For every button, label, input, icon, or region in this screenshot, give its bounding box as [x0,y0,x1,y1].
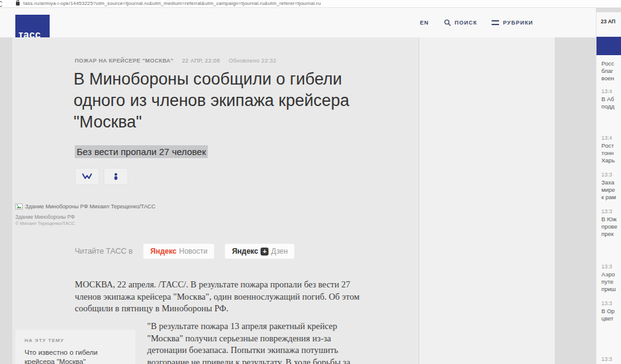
right-column [419,37,555,364]
nav-item-rubrics[interactable]: РУБРИКИ [492,20,533,26]
image-caption: Здание Минобороны РФ [15,214,75,220]
updated-date: Обновлено 22:32 [229,58,276,64]
feed-time: 13:3 [601,300,621,306]
feed-time: 13:4 [601,135,621,141]
feed-header-bar[interactable] [596,37,621,55]
odnoklassniki-icon [113,173,118,180]
vk-icon [82,173,92,180]
image-alt-text: Здание Минобороны РФ Михаил Терещенко/ТА… [25,203,156,210]
page: tass.ru/armiya-i-opk/14453225?utm_source… [0,0,621,364]
image-credit: © Михаил Терещенко/ТАСС [15,221,75,226]
search-label: ПОИСК [455,20,478,26]
feed-date-header: 23 АП [601,18,615,25]
reload-icon[interactable] [0,1,3,7]
yandex-zen-button[interactable]: Яндекс + Дзен [225,244,294,259]
feed-item[interactable]: 13:3 В Юж прове прек [601,208,621,238]
yandex-news-button[interactable]: Яндекс Новости [143,244,214,259]
menu-icon [492,20,499,25]
feed-time: 13:3 [601,172,621,178]
lock-icon [16,2,20,6]
feed-item[interactable]: 13:3 Аэро путе приш [601,264,621,293]
feed-text: В Юж прове прек [601,216,621,238]
article-paragraph-2: "В результате пожара 13 апреля ракетный … [147,320,363,364]
feed-item[interactable]: 13:3 [601,356,621,363]
zen-icon: + [261,248,269,256]
feed-time: 13:4 [601,88,621,94]
yandex-zen-label: Дзен [271,247,288,256]
url-text[interactable]: tass.ru/armiya-i-opk/14453225?utm_source… [23,1,321,6]
feed-text: Рост тонн Харь [601,142,621,164]
follow-label: Читайте ТАСС в [75,247,132,256]
feed-text: Росс благ воен [601,60,621,82]
nav-item-en[interactable]: EN [420,20,429,26]
browser-url-bar[interactable]: tass.ru/armiya-i-opk/14453225?utm_source… [0,0,621,8]
article-title: В Минобороны сообщили о гибели одного из… [74,69,368,133]
search-icon [444,19,451,26]
article-subtitle: Без вести пропали 27 человек [75,145,208,158]
feed-text: Аэро путе приш [601,271,621,293]
feed-time: 13:3 [601,208,621,214]
ok-share-button[interactable] [104,168,128,185]
share-buttons [75,168,128,185]
publish-date: 22 АПР, 22:08 [182,58,220,64]
rubrics-label: РУБРИКИ [503,20,533,26]
article-paragraph-1: МОСКВА, 22 апреля. /ТАСС/. В результате … [75,279,365,315]
news-feed-sidebar: 23 АП Росс благ воен 13:4 В Аб подд 13:4… [596,12,621,364]
feed-time: 13:3 [601,264,621,270]
feed-item[interactable]: 13:4 Рост тонн Харь [601,135,621,164]
feed-item[interactable]: 13:3 Заха мире к рам [601,172,621,201]
related-label: НА ЭТУ ТЕМУ [25,338,126,343]
category-link[interactable]: ПОЖАР НА КРЕЙСЕРЕ "МОСКВА" [75,58,173,64]
follow-row: Читайте ТАСС в Яндекс Новости Яндекс + Д… [75,244,294,259]
article-meta: ПОЖАР НА КРЕЙСЕРЕ "МОСКВА" 22 АПР, 22:08… [75,58,276,64]
feed-text: Заха мире к рам [601,179,621,201]
top-navigation: EN ПОИСК РУБРИКИ [420,8,533,37]
article-image-broken: Здание Минобороны РФ Михаил Терещенко/ТА… [15,203,156,210]
feed-item[interactable]: Росс благ воен [601,59,621,82]
related-topic-box[interactable]: НА ЭТУ ТЕМУ Что известно о гибели крейсе… [15,330,135,364]
yandex-zen-brand: Яндекс [232,247,258,256]
vk-share-button[interactable] [75,168,99,185]
nav-item-search[interactable]: ПОИСК [444,19,478,26]
related-title[interactable]: Что известно о гибели крейсера "Москва" [25,348,126,364]
feed-text: В Ор цвет [601,308,621,322]
feed-time: 13:3 [601,356,621,362]
broken-image-icon [15,203,23,210]
feed-item[interactable]: 13:4 В Аб подд [601,88,621,110]
yandex-news-brand: Яндекс [150,247,177,256]
feed-item[interactable]: 13:3 В Ор цвет [601,300,621,322]
feed-text: В Аб подд [601,96,621,110]
yandex-news-label: Новости [179,247,207,256]
nav-en-label: EN [420,20,429,26]
